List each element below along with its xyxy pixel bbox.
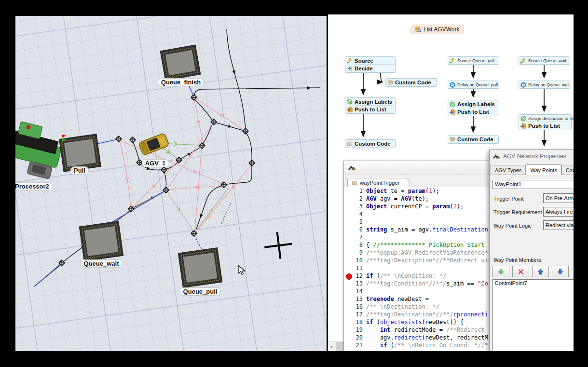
code-line: 5: [344, 218, 490, 226]
breakpoint-margin[interactable]: [344, 203, 353, 210]
waypoint-members-list[interactable]: ControlPoint7: [492, 279, 574, 352]
scroll-left-button[interactable]: ‹: [328, 341, 336, 351]
add-member-button[interactable]: [492, 266, 509, 277]
network-path-red[interactable]: [120, 140, 131, 207]
flow-activity-source-queue-wait[interactable]: Source Queue_wait: [519, 56, 570, 65]
move-member-up-button[interactable]: [532, 266, 549, 277]
code-line: 13/***tag:Condition*//**/s_aim == "Co: [344, 280, 490, 287]
dialog-tab-agv-types[interactable]: AGV Types: [491, 165, 526, 175]
network-path-black[interactable]: [203, 125, 212, 144]
icon-source: [347, 58, 353, 64]
network-path-red[interactable]: [120, 140, 222, 183]
member-list-item[interactable]: ControlPoint7: [493, 280, 574, 286]
network-path-black[interactable]: [246, 133, 252, 162]
breakpoint-margin[interactable]: [344, 311, 353, 318]
breakpoint-margin[interactable]: [344, 326, 353, 334]
row-separator: [354, 105, 394, 106]
breakpoint-margin[interactable]: [344, 334, 353, 341]
breakpoint-margin[interactable]: [344, 226, 353, 233]
icon-code: [450, 136, 455, 142]
agv-network-properties-dialog[interactable]: AGV Network Properties AGV TypesWay Poin…: [489, 150, 574, 352]
network-path-black[interactable]: [194, 99, 212, 120]
horizontal-scrollbar[interactable]: ‹: [328, 341, 344, 351]
breakpoint-margin[interactable]: [344, 233, 353, 241]
breakpoint-margin[interactable]: [344, 287, 353, 295]
flow-activity-delay-queue-wait[interactable]: Delay on Queue_wait: [519, 81, 570, 89]
queue-finish-object[interactable]: [160, 45, 201, 81]
code-editor-window[interactable]: wayPointTrigger 1Object te = param(1);2A…: [343, 161, 490, 352]
activity-label: Custom Code: [355, 141, 391, 147]
queue-pull-object[interactable]: [178, 248, 222, 288]
agv-vehicle[interactable]: [138, 133, 169, 156]
flow-activity-custom-code-3[interactable]: Custom Code: [448, 135, 499, 144]
line-number: 5: [353, 218, 366, 226]
flow-activity-delay-queue-pull[interactable]: Delay on Queue_pull: [448, 81, 499, 89]
code-window-header[interactable]: [344, 161, 490, 175]
breakpoint-margin[interactable]: [344, 241, 353, 249]
dialog-tab-control-p[interactable]: Control P: [561, 165, 574, 175]
control-point[interactable]: [191, 95, 197, 100]
breakpoint-margin[interactable]: [344, 210, 353, 218]
icon-up: [537, 269, 544, 275]
line-number: 8: [353, 241, 366, 249]
flow-activity-assign-push-1[interactable]: Assign LabelsPush to List: [345, 97, 396, 114]
control-point[interactable]: [211, 119, 217, 125]
network-path-blue[interactable]: [34, 264, 61, 287]
control-point[interactable]: [243, 128, 248, 134]
control-point[interactable]: [161, 167, 167, 173]
breakpoint-margin[interactable]: [344, 218, 353, 226]
processor2-object[interactable]: [15, 114, 66, 180]
network-path-red[interactable]: [197, 165, 251, 231]
breakpoint-margin[interactable]: [344, 303, 353, 311]
line-number: 6: [353, 226, 366, 233]
breakpoint-indicator[interactable]: [346, 273, 352, 280]
row-separator: [354, 64, 394, 65]
model-canvas[interactable]: [15, 16, 327, 351]
code-editor-area[interactable]: 1Object te = param(1);2AGV agv = AGV(te)…: [344, 187, 490, 352]
delete-member-button[interactable]: [512, 266, 529, 277]
network-path-black[interactable]: [221, 203, 231, 225]
flow-activity-custom-code-1[interactable]: Custom Code: [385, 78, 437, 87]
icon-decide: [347, 66, 353, 71]
dropdown-trigger-requirement[interactable]: Always Fire: [543, 207, 574, 217]
breakpoint-margin[interactable]: [344, 318, 353, 326]
dialog-tab-way-points[interactable]: Way Points: [526, 164, 561, 175]
flow-activity-custom-code-2[interactable]: Custom Code: [345, 139, 396, 148]
dropdown-way-point-logic[interactable]: Redirect via: [543, 220, 574, 230]
flexsim-chevrons-icon: [348, 164, 356, 171]
screen-border-right: [574, 0, 588, 367]
breakpoint-margin[interactable]: [344, 264, 353, 272]
queue-wait-object[interactable]: [79, 221, 123, 261]
model-3d-view[interactable]: Queue_finishPullProcessor2AGV_1Queue_wai…: [15, 16, 327, 352]
breakpoint-margin[interactable]: [344, 295, 353, 303]
dialog-title-bar[interactable]: AGV Network Properties: [490, 150, 574, 163]
flow-activity-source-queue-pull[interactable]: Source Queue_pull: [448, 56, 499, 65]
breakpoint-margin[interactable]: [344, 272, 353, 280]
control-point[interactable]: [128, 206, 134, 212]
line-number: 11: [353, 264, 366, 272]
move-member-down-button[interactable]: [552, 266, 569, 277]
network-path-black[interactable]: [133, 141, 139, 161]
breakpoint-margin[interactable]: [344, 341, 353, 349]
breakpoint-margin[interactable]: [344, 195, 353, 203]
line-number: 20: [353, 334, 366, 341]
breakpoint-margin[interactable]: [344, 187, 353, 195]
control-point[interactable]: [221, 182, 227, 188]
tab-waypointtrigger[interactable]: wayPointTrigger: [347, 178, 410, 187]
breakpoint-margin[interactable]: [344, 280, 353, 287]
breakpoint-margin[interactable]: [344, 249, 353, 257]
code-line: 6string s_aim = agv.finalDestination: [344, 226, 490, 233]
dropdown-trigger-point[interactable]: On Pre-Arriv: [543, 193, 574, 203]
icon-delay: [450, 82, 455, 88]
flow-activity-assign-dest-push[interactable]: Assign destination to itemPush to List: [519, 114, 572, 130]
control-point[interactable]: [130, 137, 136, 143]
control-point[interactable]: [249, 160, 255, 166]
waypoint-name-field[interactable]: WayPoint1: [492, 180, 574, 189]
icon-assign: [520, 116, 526, 122]
line-number: 10: [353, 257, 366, 264]
code-line: 10/***tag:Description*//**Redirect vi: [344, 257, 490, 264]
flow-activity-source-decide[interactable]: SourceDecide: [345, 56, 396, 73]
breakpoint-margin[interactable]: [344, 257, 353, 264]
mouse-cursor: [238, 265, 245, 274]
flow-activity-assign-push-2[interactable]: Assign LabelsPush to List: [448, 100, 498, 116]
